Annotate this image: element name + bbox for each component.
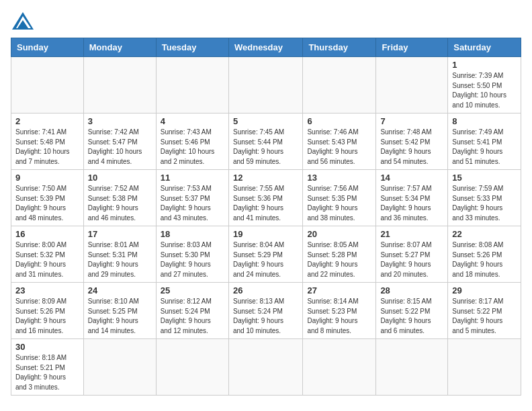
- weekday-header-row: SundayMondayTuesdayWednesdayThursdayFrid…: [11, 38, 521, 57]
- day-number: 8: [452, 116, 517, 126]
- week-row: 30Sunrise: 8:18 AM Sunset: 5:21 PM Dayli…: [11, 339, 521, 396]
- day-info: Sunrise: 7:50 AM Sunset: 5:39 PM Dayligh…: [15, 184, 79, 223]
- calendar-cell: [228, 57, 302, 113]
- calendar-cell: 11Sunrise: 7:53 AM Sunset: 5:37 PM Dayli…: [156, 170, 228, 226]
- day-info: Sunrise: 8:15 AM Sunset: 5:22 PM Dayligh…: [380, 297, 443, 336]
- calendar-cell: 12Sunrise: 7:55 AM Sunset: 5:36 PM Dayli…: [228, 170, 302, 226]
- calendar-cell: 22Sunrise: 8:08 AM Sunset: 5:26 PM Dayli…: [448, 226, 521, 283]
- day-number: 1: [452, 60, 517, 70]
- day-number: 25: [161, 285, 224, 295]
- calendar-cell: [376, 339, 448, 396]
- day-info: Sunrise: 8:14 AM Sunset: 5:23 PM Dayligh…: [307, 297, 371, 336]
- day-number: 26: [233, 285, 298, 295]
- calendar: SundayMondayTuesdayWednesdayThursdayFrid…: [11, 38, 521, 396]
- day-number: 24: [88, 285, 152, 295]
- day-number: 18: [161, 229, 224, 239]
- calendar-cell: 4Sunrise: 7:43 AM Sunset: 5:46 PM Daylig…: [156, 113, 228, 170]
- calendar-cell: [83, 57, 156, 113]
- day-number: 30: [15, 342, 79, 352]
- day-info: Sunrise: 7:48 AM Sunset: 5:42 PM Dayligh…: [380, 128, 443, 167]
- day-info: Sunrise: 7:42 AM Sunset: 5:47 PM Dayligh…: [88, 128, 152, 167]
- calendar-cell: 26Sunrise: 8:13 AM Sunset: 5:24 PM Dayli…: [228, 283, 302, 339]
- calendar-cell: 9Sunrise: 7:50 AM Sunset: 5:39 PM Daylig…: [11, 170, 84, 226]
- day-info: Sunrise: 7:49 AM Sunset: 5:41 PM Dayligh…: [452, 128, 517, 167]
- calendar-cell: [228, 339, 302, 396]
- day-number: 11: [161, 173, 224, 183]
- day-info: Sunrise: 7:39 AM Sunset: 5:50 PM Dayligh…: [452, 71, 517, 110]
- calendar-cell: 16Sunrise: 8:00 AM Sunset: 5:32 PM Dayli…: [11, 226, 84, 283]
- calendar-cell: 29Sunrise: 8:17 AM Sunset: 5:22 PM Dayli…: [448, 283, 521, 339]
- day-info: Sunrise: 7:43 AM Sunset: 5:46 PM Dayligh…: [161, 128, 224, 167]
- day-info: Sunrise: 8:05 AM Sunset: 5:28 PM Dayligh…: [307, 240, 371, 279]
- day-number: 28: [380, 285, 443, 295]
- day-info: Sunrise: 8:04 AM Sunset: 5:29 PM Dayligh…: [233, 240, 298, 279]
- day-number: 5: [233, 116, 298, 126]
- calendar-cell: 1Sunrise: 7:39 AM Sunset: 5:50 PM Daylig…: [448, 57, 521, 113]
- calendar-cell: 6Sunrise: 7:46 AM Sunset: 5:43 PM Daylig…: [303, 113, 376, 170]
- day-info: Sunrise: 7:52 AM Sunset: 5:38 PM Dayligh…: [88, 184, 152, 223]
- day-info: Sunrise: 7:45 AM Sunset: 5:44 PM Dayligh…: [233, 128, 298, 167]
- calendar-cell: 23Sunrise: 8:09 AM Sunset: 5:26 PM Dayli…: [11, 283, 84, 339]
- day-number: 10: [88, 173, 152, 183]
- weekday-header: Wednesday: [228, 38, 302, 57]
- day-number: 23: [15, 285, 79, 295]
- day-info: Sunrise: 7:53 AM Sunset: 5:37 PM Dayligh…: [161, 184, 224, 223]
- calendar-cell: 18Sunrise: 8:03 AM Sunset: 5:30 PM Dayli…: [156, 226, 228, 283]
- day-info: Sunrise: 7:57 AM Sunset: 5:34 PM Dayligh…: [380, 184, 443, 223]
- day-info: Sunrise: 7:56 AM Sunset: 5:35 PM Dayligh…: [307, 184, 371, 223]
- day-number: 9: [15, 173, 79, 183]
- calendar-cell: 30Sunrise: 8:18 AM Sunset: 5:21 PM Dayli…: [11, 339, 84, 396]
- week-row: 9Sunrise: 7:50 AM Sunset: 5:39 PM Daylig…: [11, 170, 521, 226]
- calendar-cell: [156, 57, 228, 113]
- weekday-header: Sunday: [11, 38, 84, 57]
- day-number: 7: [380, 116, 443, 126]
- calendar-cell: [156, 339, 228, 396]
- calendar-cell: 21Sunrise: 8:07 AM Sunset: 5:27 PM Dayli…: [376, 226, 448, 283]
- day-info: Sunrise: 8:08 AM Sunset: 5:26 PM Dayligh…: [452, 240, 517, 279]
- weekday-header: Monday: [83, 38, 156, 57]
- day-number: 3: [88, 116, 152, 126]
- calendar-cell: 13Sunrise: 7:56 AM Sunset: 5:35 PM Dayli…: [303, 170, 376, 226]
- day-info: Sunrise: 7:59 AM Sunset: 5:33 PM Dayligh…: [452, 184, 517, 223]
- calendar-cell: [303, 57, 376, 113]
- day-info: Sunrise: 8:03 AM Sunset: 5:30 PM Dayligh…: [161, 240, 224, 279]
- calendar-cell: [448, 339, 521, 396]
- day-info: Sunrise: 8:09 AM Sunset: 5:26 PM Dayligh…: [15, 297, 79, 336]
- calendar-cell: 20Sunrise: 8:05 AM Sunset: 5:28 PM Dayli…: [303, 226, 376, 283]
- calendar-cell: 7Sunrise: 7:48 AM Sunset: 5:42 PM Daylig…: [376, 113, 448, 170]
- day-number: 14: [380, 173, 443, 183]
- day-info: Sunrise: 7:55 AM Sunset: 5:36 PM Dayligh…: [233, 184, 298, 223]
- day-info: Sunrise: 7:46 AM Sunset: 5:43 PM Dayligh…: [307, 128, 371, 167]
- week-row: 16Sunrise: 8:00 AM Sunset: 5:32 PM Dayli…: [11, 226, 521, 283]
- calendar-cell: 10Sunrise: 7:52 AM Sunset: 5:38 PM Dayli…: [83, 170, 156, 226]
- calendar-cell: 15Sunrise: 7:59 AM Sunset: 5:33 PM Dayli…: [448, 170, 521, 226]
- day-info: Sunrise: 7:41 AM Sunset: 5:48 PM Dayligh…: [15, 128, 79, 167]
- calendar-cell: 19Sunrise: 8:04 AM Sunset: 5:29 PM Dayli…: [228, 226, 302, 283]
- calendar-cell: [376, 57, 448, 113]
- calendar-cell: 27Sunrise: 8:14 AM Sunset: 5:23 PM Dayli…: [303, 283, 376, 339]
- day-info: Sunrise: 8:12 AM Sunset: 5:24 PM Dayligh…: [161, 297, 224, 336]
- calendar-cell: 8Sunrise: 7:49 AM Sunset: 5:41 PM Daylig…: [448, 113, 521, 170]
- day-info: Sunrise: 8:13 AM Sunset: 5:24 PM Dayligh…: [233, 297, 298, 336]
- day-info: Sunrise: 8:01 AM Sunset: 5:31 PM Dayligh…: [88, 240, 152, 279]
- day-info: Sunrise: 8:18 AM Sunset: 5:21 PM Dayligh…: [15, 353, 79, 392]
- day-number: 29: [452, 285, 517, 295]
- day-number: 15: [452, 173, 517, 183]
- day-info: Sunrise: 8:17 AM Sunset: 5:22 PM Dayligh…: [452, 297, 517, 336]
- weekday-header: Friday: [376, 38, 448, 57]
- weekday-header: Thursday: [303, 38, 376, 57]
- day-number: 16: [15, 229, 79, 239]
- day-number: 20: [307, 229, 371, 239]
- calendar-cell: 14Sunrise: 7:57 AM Sunset: 5:34 PM Dayli…: [376, 170, 448, 226]
- calendar-cell: 28Sunrise: 8:15 AM Sunset: 5:22 PM Dayli…: [376, 283, 448, 339]
- week-row: 23Sunrise: 8:09 AM Sunset: 5:26 PM Dayli…: [11, 283, 521, 339]
- day-number: 27: [307, 285, 371, 295]
- week-row: 1Sunrise: 7:39 AM Sunset: 5:50 PM Daylig…: [11, 57, 521, 113]
- day-number: 21: [380, 229, 443, 239]
- calendar-cell: 17Sunrise: 8:01 AM Sunset: 5:31 PM Dayli…: [83, 226, 156, 283]
- day-number: 12: [233, 173, 298, 183]
- day-number: 4: [161, 116, 224, 126]
- weekday-header: Saturday: [448, 38, 521, 57]
- day-number: 6: [307, 116, 371, 126]
- week-row: 2Sunrise: 7:41 AM Sunset: 5:48 PM Daylig…: [11, 113, 521, 170]
